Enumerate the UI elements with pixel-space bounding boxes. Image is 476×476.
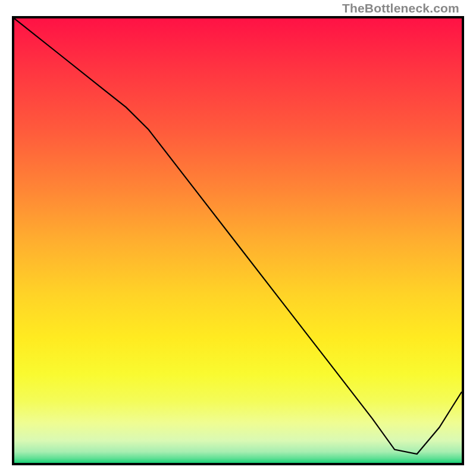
data-curve <box>14 18 462 454</box>
chart-container: TheBottleneck.com <box>0 0 476 476</box>
plot-area <box>12 16 464 465</box>
attribution-text: TheBottleneck.com <box>342 1 459 15</box>
curve-layer <box>14 18 462 463</box>
